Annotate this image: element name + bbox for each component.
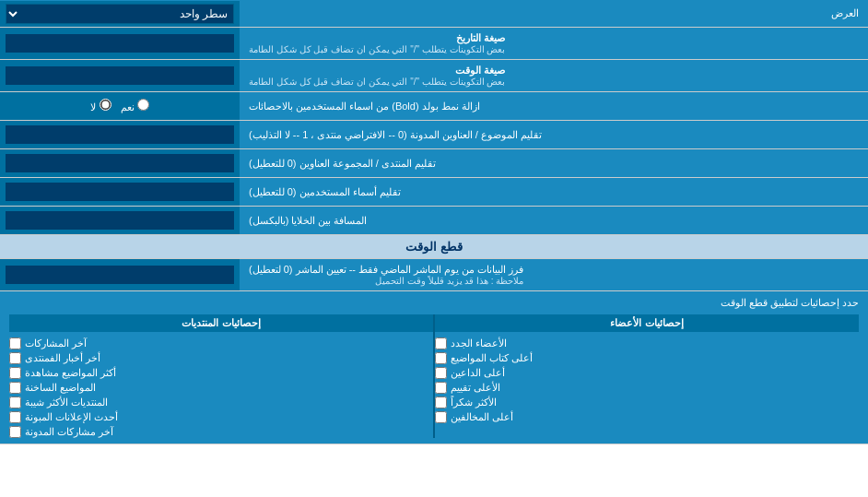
stat-most-popular: المنتديات الأكثر شيبة — [9, 396, 433, 408]
forum-stats-title: إحصائيات المنتديات — [9, 314, 433, 332]
stat-blog-posts: آخر مشاركات المدونة — [9, 426, 433, 438]
display-select[interactable]: سطر واحد — [6, 4, 234, 24]
time-format-label: صيغة الوقت بعض التكوينات يتطلب "/" التي … — [240, 60, 868, 91]
stat-top-rated: الأعلى تقييم — [435, 382, 859, 394]
radio-yes-label: نعم — [121, 99, 149, 113]
checkbox-top-writers[interactable] — [435, 352, 447, 364]
cutoff-input[interactable]: 0 — [6, 266, 234, 284]
header-label: العرض — [240, 3, 868, 24]
users-trim-row: تقليم أسماء المستخدمين (0 للتعطيل) 0 — [0, 178, 868, 207]
forum-stats-col: إحصائيات المنتديات آخر المشاركات أخر أخب… — [9, 314, 433, 438]
stats-grid: إحصائيات الأعضاء الأعضاء الجدد أعلى كتاب… — [9, 314, 859, 438]
date-format-row: صيغة التاريخ بعض التكوينات يتطلب "/" الت… — [0, 28, 868, 60]
date-format-input[interactable]: d-m — [6, 34, 234, 53]
checkbox-most-popular[interactable] — [9, 396, 21, 408]
member-stats-col: إحصائيات الأعضاء الأعضاء الجدد أعلى كتاب… — [435, 314, 859, 438]
users-trim-input-container[interactable]: 0 — [0, 178, 240, 206]
checkbox-top-rated[interactable] — [435, 382, 447, 394]
space-between-input[interactable]: 2 — [6, 211, 234, 230]
stats-header: حدد إحصائيات لتطبيق قطع الوقت — [9, 297, 859, 309]
display-select-container[interactable]: سطر واحد — [0, 1, 240, 27]
stat-forum-news: أخر أخبار الفمنتدى — [9, 352, 433, 364]
topics-order-input[interactable]: 33 — [6, 125, 234, 144]
stats-separator — [433, 314, 435, 438]
time-format-input[interactable]: H:i — [6, 66, 234, 85]
checkbox-most-thanks[interactable] — [435, 396, 447, 408]
time-format-input-container[interactable]: H:i — [0, 60, 240, 91]
forum-order-input[interactable]: 33 — [6, 154, 234, 172]
users-trim-label: تقليم أسماء المستخدمين (0 للتعطيل) — [240, 178, 868, 206]
stat-hot-topics: المواضيع الساخنة — [9, 382, 433, 394]
header-row: العرض سطر واحد — [0, 0, 868, 28]
date-format-label: صيغة التاريخ بعض التكوينات يتطلب "/" الت… — [240, 28, 868, 59]
stat-new-members: الأعضاء الجدد — [435, 337, 859, 349]
cutoff-input-container[interactable]: 0 — [0, 259, 240, 290]
checkbox-top-violators[interactable] — [435, 411, 447, 423]
stat-top-violators: أعلى المخالفين — [435, 411, 859, 423]
member-stats-title: إحصائيات الأعضاء — [435, 314, 859, 332]
stat-most-thanks: الأكثر شكراً — [435, 396, 859, 408]
radio-no[interactable] — [100, 99, 111, 111]
checkbox-blog-posts[interactable] — [9, 426, 21, 438]
forum-order-input-container[interactable]: 33 — [0, 149, 240, 177]
users-trim-input[interactable]: 0 — [6, 183, 234, 201]
forum-order-label: تقليم المنتدى / المجموعة العناوين (0 للت… — [240, 149, 868, 177]
checkbox-forum-news[interactable] — [9, 352, 21, 364]
bold-remove-label: ازالة نمط بولد (Bold) من اسماء المستخدمي… — [240, 92, 868, 120]
radio-no-label: لا — [90, 99, 111, 113]
stat-top-inviters: أعلى الداعين — [435, 367, 859, 379]
topics-order-input-container[interactable]: 33 — [0, 121, 240, 148]
stat-last-posts: آخر المشاركات — [9, 337, 433, 349]
date-format-input-container[interactable]: d-m — [0, 28, 240, 59]
checkbox-new-members[interactable] — [435, 337, 447, 349]
radio-yes[interactable] — [137, 99, 149, 111]
stat-most-viewed: أكثر المواضيع مشاهدة — [9, 367, 433, 379]
bold-remove-row: ازالة نمط بولد (Bold) من اسماء المستخدمي… — [0, 92, 868, 121]
cutoff-row: فرز البيانات من يوم الماشر الماضي فقط --… — [0, 259, 868, 291]
bold-remove-radio-container[interactable]: نعم لا — [0, 92, 240, 120]
space-between-row: المسافة بين الخلايا (بالبكسل) 2 — [0, 207, 868, 235]
topics-order-row: تقليم الموضوع / العناوين المدونة (0 -- ا… — [0, 121, 868, 149]
checkbox-hot-topics[interactable] — [9, 382, 21, 394]
checkbox-top-inviters[interactable] — [435, 367, 447, 379]
time-format-row: صيغة الوقت بعض التكوينات يتطلب "/" التي … — [0, 60, 868, 92]
stat-top-writers: أعلى كتاب المواضيع — [435, 352, 859, 364]
checkbox-latest-announcements[interactable] — [9, 411, 21, 423]
space-between-input-container[interactable]: 2 — [0, 207, 240, 234]
stat-latest-announcements: أحدث الإعلانات المبونة — [9, 411, 433, 423]
forum-order-row: تقليم المنتدى / المجموعة العناوين (0 للت… — [0, 149, 868, 178]
topics-order-label: تقليم الموضوع / العناوين المدونة (0 -- ا… — [240, 121, 868, 148]
checkbox-most-viewed[interactable] — [9, 367, 21, 379]
cutoff-label: فرز البيانات من يوم الماشر الماضي فقط --… — [240, 259, 868, 290]
cutoff-section-header: قطع الوقت — [0, 235, 868, 259]
space-between-label: المسافة بين الخلايا (بالبكسل) — [240, 207, 868, 234]
stats-section: حدد إحصائيات لتطبيق قطع الوقت إحصائيات ا… — [0, 291, 868, 444]
checkbox-last-posts[interactable] — [9, 337, 21, 349]
